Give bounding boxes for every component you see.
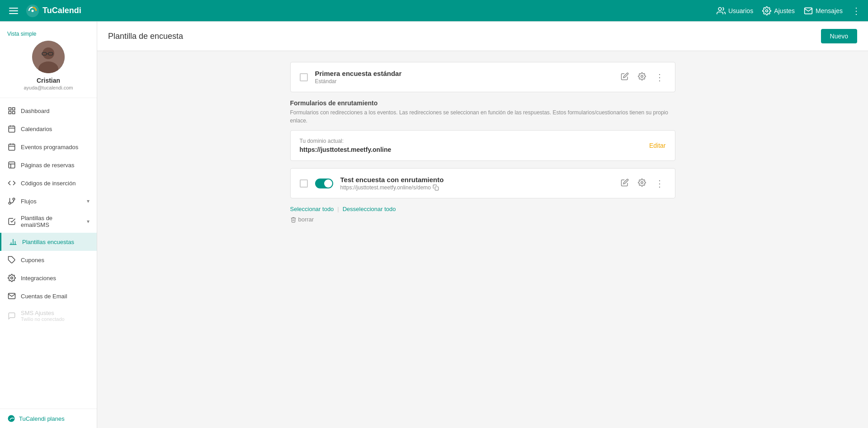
sidebar-item-label: Plantillas de email/SMS [21, 215, 82, 228]
message-circle-icon [7, 311, 16, 320]
main-layout: Vista simple Cristian ayuda@tuca [0, 22, 868, 428]
svg-rect-11 [13, 108, 15, 110]
sidebar-item-integraciones[interactable]: Integraciones [0, 269, 97, 287]
envelope-icon [7, 292, 16, 301]
standard-survey-more-button[interactable]: ⋮ [653, 70, 666, 85]
chevron-down-icon: ▾ [87, 218, 90, 225]
sidebar-item-dashboard[interactable]: Dashboard [0, 102, 97, 120]
delete-button[interactable]: borrar [290, 216, 314, 223]
svg-point-26 [13, 198, 15, 200]
sidebar-footer: TuCalendi planes [0, 409, 97, 428]
routing-survey-url-text: https://justtotest.meetfy.online/s/demo [340, 184, 431, 191]
usuarios-icon [717, 6, 726, 15]
chevron-down-icon: ▾ [87, 198, 90, 204]
settings-icon [7, 273, 16, 282]
top-navigation: TuCalendi Usuarios Ajustes Mensajes ⋮ [0, 0, 868, 22]
nuevo-button[interactable]: Nuevo [821, 29, 857, 43]
routing-survey-settings-button[interactable] [636, 177, 648, 190]
vista-simple-link[interactable]: Vista simple [7, 31, 36, 37]
sidebar-item-plantillas-email[interactable]: Plantillas de email/SMS ▾ [0, 210, 97, 233]
tag-icon [7, 255, 16, 264]
sidebar-nav: Dashboard Calendarios [0, 98, 97, 409]
calendar-icon [7, 124, 16, 133]
deselect-all-button[interactable]: Desseleccionar todo [343, 206, 396, 212]
svg-rect-14 [9, 126, 15, 132]
usuarios-label: Usuarios [728, 7, 753, 14]
domain-url: https://justtotest.meetfy.online [300, 146, 392, 153]
routing-survey-checkbox[interactable] [300, 179, 308, 188]
settings-icon [638, 179, 646, 187]
standard-survey-actions: ⋮ [619, 70, 666, 85]
brand-logo-link[interactable]: TuCalendi [25, 4, 81, 18]
sidebar-item-label: Cupones [21, 257, 44, 263]
sidebar: Vista simple Cristian ayuda@tuca [0, 22, 97, 428]
routing-survey-toggle[interactable] [315, 179, 333, 188]
page-title: Plantilla de encuesta [108, 32, 183, 41]
sidebar-item-label: Flujos [21, 198, 37, 205]
sidebar-item-calendarios[interactable]: Calendarios [0, 120, 97, 138]
avatar [32, 41, 65, 73]
svg-point-33 [11, 277, 13, 279]
page-content: Primera encuesta estándar Estándar [279, 51, 686, 234]
trash-icon [290, 216, 297, 223]
domain-box: Tu dominio actual: https://justtotest.me… [290, 130, 675, 161]
sidebar-item-label: Cuentas de Email [21, 293, 67, 300]
hamburger-menu[interactable] [7, 6, 20, 16]
tucalendi-planes-link[interactable]: TuCalendi planes [7, 414, 90, 423]
git-branch-icon [7, 197, 16, 206]
svg-rect-22 [9, 162, 15, 168]
svg-point-1 [32, 9, 34, 12]
routing-survey-more-button[interactable]: ⋮ [653, 176, 666, 191]
sidebar-item-paginas[interactable]: Páginas de reservas [0, 156, 97, 174]
sidebar-item-cupones[interactable]: Cupones [0, 251, 97, 269]
sidebar-item-plantillas-encuestas[interactable]: Plantillas encuestas [0, 233, 97, 251]
main-content: Plantilla de encuesta Nuevo Primera encu… [97, 22, 868, 428]
routing-survey-edit-button[interactable] [619, 177, 631, 190]
sidebar-item-codigos[interactable]: Códigos de inserción [0, 174, 97, 192]
topnav-left: TuCalendi [7, 4, 81, 18]
domain-label: Tu dominio actual: [300, 138, 392, 144]
standard-survey-edit-button[interactable] [619, 71, 631, 84]
svg-rect-12 [9, 112, 11, 114]
mensajes-nav[interactable]: Mensajes [804, 6, 843, 15]
delete-label: borrar [298, 216, 314, 223]
routing-survey-url: https://justtotest.meetfy.online/s/demo [340, 184, 612, 191]
settings-icon [638, 72, 646, 80]
avatar-image [32, 41, 65, 73]
delete-action-row: borrar [290, 216, 675, 223]
sidebar-item-cuentas-email[interactable]: Cuentas de Email [0, 287, 97, 305]
svg-point-37 [641, 181, 643, 183]
sidebar-item-label: Dashboard [21, 108, 50, 114]
edit-icon [621, 179, 629, 187]
sms-sublabel: Twilio no conectado [21, 316, 65, 322]
standard-survey-settings-button[interactable] [636, 71, 648, 84]
ajustes-nav[interactable]: Ajustes [762, 6, 795, 15]
svg-point-3 [766, 9, 768, 12]
separator: | [337, 206, 339, 212]
more-options-button[interactable]: ⋮ [852, 5, 861, 16]
standard-survey-card: Primera encuesta estándar Estándar [290, 62, 675, 92]
sidebar-item-eventos[interactable]: Eventos programados [0, 138, 97, 156]
domain-info: Tu dominio actual: https://justtotest.me… [300, 138, 392, 153]
profile-email: ayuda@tucalendi.com [24, 85, 73, 90]
sidebar-item-sms-ajustes: SMS Ajustes Twilio no conectado [0, 305, 97, 326]
layout-icon [7, 160, 16, 169]
planes-icon [7, 414, 15, 423]
routing-survey-card: Test encuesta con enrutamiento https://j… [290, 168, 675, 198]
sidebar-profile: Vista simple Cristian ayuda@tuca [0, 22, 97, 98]
topnav-right: Usuarios Ajustes Mensajes ⋮ [717, 5, 861, 16]
copy-icon[interactable] [433, 184, 439, 191]
sidebar-item-flujos[interactable]: Flujos ▾ [0, 192, 97, 210]
select-all-button[interactable]: Seleccionar todo [290, 206, 334, 212]
mensajes-label: Mensajes [816, 7, 843, 14]
edit-icon [621, 72, 629, 80]
standard-survey-title: Primera encuesta estándar [315, 70, 612, 77]
sms-label: SMS Ajustes [21, 310, 54, 316]
editar-button[interactable]: Editar [649, 142, 666, 149]
usuarios-nav[interactable]: Usuarios [717, 6, 753, 15]
standard-survey-checkbox[interactable] [300, 73, 308, 81]
clock-icon [7, 142, 16, 151]
svg-rect-36 [435, 187, 439, 190]
sidebar-item-label: Integraciones [21, 275, 56, 282]
grid-icon [7, 106, 16, 115]
